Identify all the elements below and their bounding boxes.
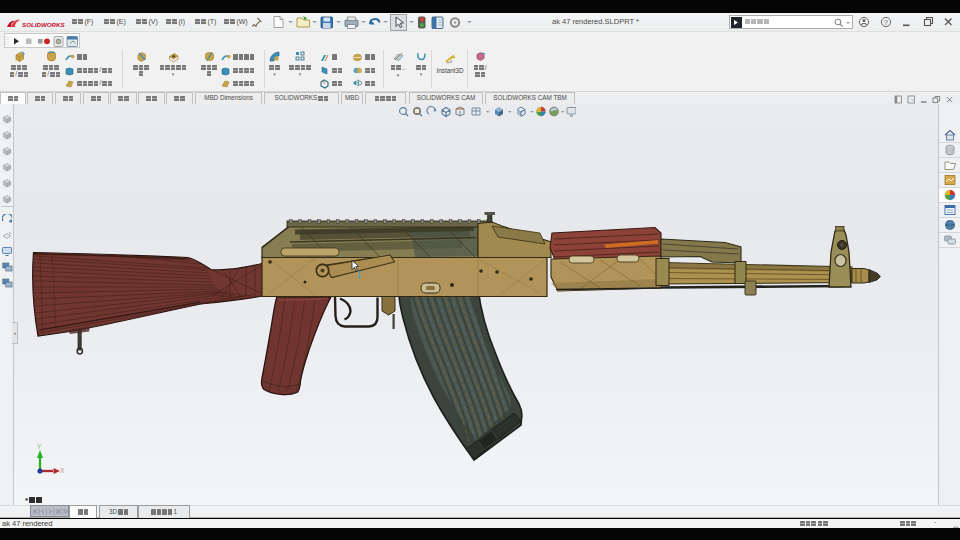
svg-text:X: X <box>60 467 65 474</box>
svg-text:Y: Y <box>37 443 42 450</box>
